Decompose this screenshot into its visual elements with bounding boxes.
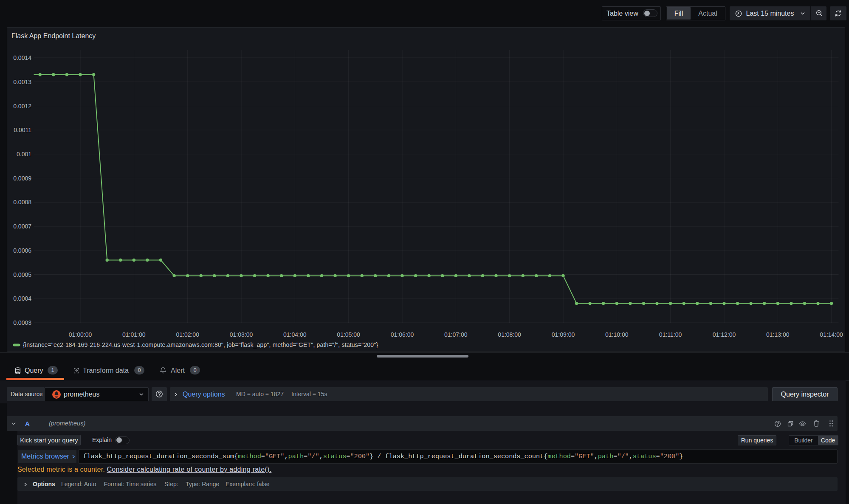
- svg-text:01:03:00: 01:03:00: [230, 331, 253, 338]
- svg-text:01:10:00: 01:10:00: [605, 331, 629, 338]
- svg-text:0.0008: 0.0008: [13, 199, 31, 206]
- svg-text:0.0005: 0.0005: [13, 271, 31, 278]
- svg-text:0.0013: 0.0013: [13, 79, 31, 85]
- svg-text:01:00:00: 01:00:00: [69, 331, 92, 338]
- svg-text:01:06:00: 01:06:00: [391, 331, 414, 338]
- svg-text:01:02:00: 01:02:00: [176, 331, 199, 338]
- svg-text:01:07:00: 01:07:00: [444, 331, 468, 338]
- svg-text:0.001: 0.001: [17, 151, 31, 158]
- svg-text:0.0004: 0.0004: [13, 295, 31, 302]
- svg-text:01:08:00: 01:08:00: [498, 331, 521, 338]
- svg-text:01:04:00: 01:04:00: [283, 331, 307, 338]
- svg-text:0.0003: 0.0003: [13, 319, 31, 326]
- svg-text:0.0009: 0.0009: [13, 175, 31, 182]
- svg-text:01:01:00: 01:01:00: [122, 331, 146, 338]
- svg-text:0.0006: 0.0006: [13, 247, 31, 254]
- svg-text:01:12:00: 01:12:00: [713, 331, 736, 338]
- svg-text:0.0012: 0.0012: [13, 103, 31, 110]
- svg-text:01:14:00: 01:14:00: [820, 331, 843, 338]
- svg-text:0.0007: 0.0007: [13, 223, 31, 230]
- svg-text:01:09:00: 01:09:00: [552, 331, 575, 338]
- svg-text:01:11:00: 01:11:00: [659, 331, 682, 338]
- svg-text:0.0011: 0.0011: [14, 127, 31, 133]
- svg-text:01:13:00: 01:13:00: [766, 331, 790, 338]
- svg-text:01:05:00: 01:05:00: [337, 331, 360, 338]
- svg-text:{instance="ec2-184-169-216-224: {instance="ec2-184-169-216-224.us-west-1…: [23, 341, 378, 348]
- svg-text:0.0014: 0.0014: [13, 54, 31, 61]
